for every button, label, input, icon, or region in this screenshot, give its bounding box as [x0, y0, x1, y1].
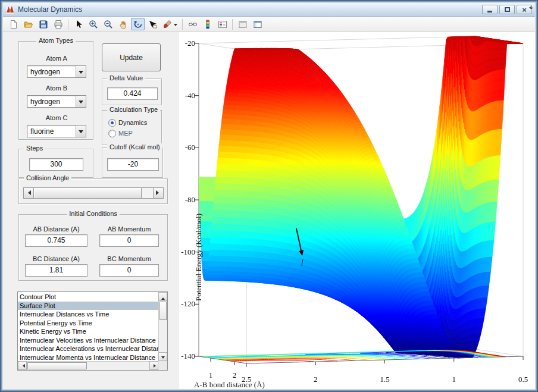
scroll-right-icon[interactable]: [149, 361, 158, 370]
list-item[interactable]: Surface Plot: [18, 302, 158, 311]
chevron-down-icon[interactable]: [76, 96, 86, 107]
list-item[interactable]: Internuclear Distances vs Time: [18, 310, 158, 319]
zoom-in-button[interactable]: [86, 18, 100, 30]
chevron-down-icon[interactable]: [76, 66, 86, 77]
atom-c-dropdown[interactable]: fluorine: [27, 125, 86, 137]
collision-angle-slider[interactable]: [23, 187, 164, 199]
list-item[interactable]: Potential Energy vs Time: [18, 319, 158, 328]
atom-types-title: Atom Types: [36, 37, 76, 44]
y-tick-label: -100: [178, 247, 195, 257]
brush-data-button[interactable]: [161, 18, 179, 30]
pan-button[interactable]: [116, 18, 130, 30]
scrollbar-corner: [158, 361, 167, 370]
slider-right-arrow-icon[interactable]: [153, 188, 163, 198]
app-icon: [6, 5, 14, 14]
atom-b-value: hydrogen: [30, 98, 60, 106]
rotate-3d-icon: [133, 20, 143, 29]
front-axis-tick-label: 1: [444, 375, 464, 384]
open-file-button[interactable]: [21, 18, 35, 30]
link-plot-button[interactable]: [186, 18, 199, 30]
ab-distance-field[interactable]: 0.745: [25, 234, 87, 247]
horizontal-scroll-thumb[interactable]: [27, 362, 87, 369]
list-item[interactable]: Internuclear Accelerations vs Internucle…: [18, 344, 158, 353]
vertical-scrollbar[interactable]: [158, 292, 167, 361]
maximize-icon: [505, 7, 510, 12]
zoom-out-button[interactable]: [101, 18, 115, 30]
listbox-items: Contour PlotSurface PlotInternuclear Dis…: [18, 293, 158, 361]
data-cursor-button[interactable]: [146, 18, 159, 30]
list-item[interactable]: Kinetic Energy vs Time: [18, 327, 158, 336]
atom-a-dropdown[interactable]: hydrogen: [27, 65, 86, 78]
titlebar[interactable]: Molecular Dynamics ×: [3, 3, 535, 17]
cutoff-group: Cutoff (Kcal/ mol) -20: [102, 148, 163, 178]
hide-plot-tools-icon: [238, 20, 248, 29]
toolbar-separator: [68, 19, 68, 30]
y-tick-label: -60: [178, 143, 195, 152]
horizontal-scrollbar[interactable]: [18, 361, 158, 370]
save-figure-icon: [39, 20, 48, 29]
chevron-down-icon[interactable]: [174, 24, 177, 28]
list-item[interactable]: Contour Plot: [18, 293, 158, 302]
scroll-left-icon[interactable]: [18, 361, 27, 370]
mep-radio-label: MEP: [118, 130, 133, 137]
list-item[interactable]: Internuclear Momenta vs Internuclear Dis…: [18, 353, 158, 362]
chevron-down-icon[interactable]: [76, 126, 86, 137]
vertical-scroll-thumb[interactable]: [159, 302, 167, 320]
bc-distance-field[interactable]: 1.81: [25, 264, 87, 277]
insert-legend-button[interactable]: [215, 18, 229, 30]
rotate-3d-button[interactable]: [131, 18, 145, 30]
atom-b-dropdown[interactable]: hydrogen: [27, 95, 86, 108]
new-figure-button[interactable]: [7, 18, 20, 30]
mep-radio[interactable]: [108, 130, 116, 137]
show-plot-tools-icon: [253, 20, 262, 29]
plot-type-listbox: Contour PlotSurface PlotInternuclear Dis…: [17, 291, 168, 371]
edit-pointer-icon: [74, 20, 83, 29]
ab-momentum-label: AB Momentum: [99, 225, 159, 233]
zoom-in-icon: [89, 20, 98, 29]
delta-value-group: Delta Value 0.424: [102, 79, 162, 105]
save-figure-button[interactable]: [36, 18, 50, 30]
scroll-up-icon[interactable]: [158, 292, 167, 301]
list-item[interactable]: Internuclear Velocities vs Internuclear …: [18, 336, 158, 345]
scroll-down-icon[interactable]: [158, 352, 167, 361]
bc-momentum-label: BC Momentum: [99, 255, 159, 262]
update-button[interactable]: Update: [102, 43, 161, 71]
slider-thumb[interactable]: [34, 188, 142, 198]
insert-colorbar-button[interactable]: [201, 18, 214, 30]
cutoff-field[interactable]: -20: [107, 158, 159, 171]
initial-conditions-title: Initial Conditions: [67, 210, 120, 217]
print-figure-button[interactable]: [51, 18, 65, 30]
ab-momentum-field[interactable]: 0: [99, 234, 159, 247]
x-axis-label: A-B bond distance (Å): [180, 380, 279, 389]
delta-value-field[interactable]: 0.424: [107, 87, 158, 100]
hide-plot-tools-button[interactable]: [236, 18, 249, 30]
front-axis-tick-label: 1.5: [375, 375, 395, 384]
steps-field[interactable]: 300: [29, 158, 83, 171]
edit-pointer-button[interactable]: [71, 18, 85, 30]
calculation-type-group: Calculation Type Dynamics MEP: [102, 110, 162, 145]
dynamics-radio[interactable]: [108, 119, 116, 127]
atom-c-value: fluorine: [30, 127, 54, 136]
surface-plot-canvas[interactable]: [179, 32, 535, 389]
window-title: Molecular Dynamics: [18, 5, 82, 14]
collision-angle-group: Collision Angle: [18, 178, 168, 204]
bc-momentum-field[interactable]: 0: [99, 264, 159, 277]
close-icon: ×: [522, 6, 527, 14]
front-axis-tick-label: 0.5: [513, 375, 533, 384]
atom-a-label: Atom A: [19, 55, 94, 62]
delta-value-title: Delta Value: [107, 74, 145, 81]
atom-c-label: Atom C: [19, 114, 94, 121]
maximize-button[interactable]: [499, 5, 515, 14]
main-content: Atom Types Atom A hydrogen Atom B hydrog…: [3, 32, 535, 389]
collision-angle-title: Collision Angle: [24, 174, 71, 181]
print-figure-icon: [54, 20, 63, 29]
minimize-icon: [487, 11, 492, 12]
plot-area: Potential Energy (Kcal/mol) A-B bond dis…: [179, 32, 535, 389]
minimize-button[interactable]: [482, 5, 498, 14]
slider-track[interactable]: [142, 188, 153, 198]
atom-a-value: hydrogen: [30, 68, 60, 76]
link-plot-icon: [188, 20, 198, 29]
app-window: Molecular Dynamics × » Atom Types Atom A…: [0, 0, 538, 392]
slider-left-arrow-icon[interactable]: [24, 188, 34, 198]
show-plot-tools-button[interactable]: [251, 18, 264, 30]
